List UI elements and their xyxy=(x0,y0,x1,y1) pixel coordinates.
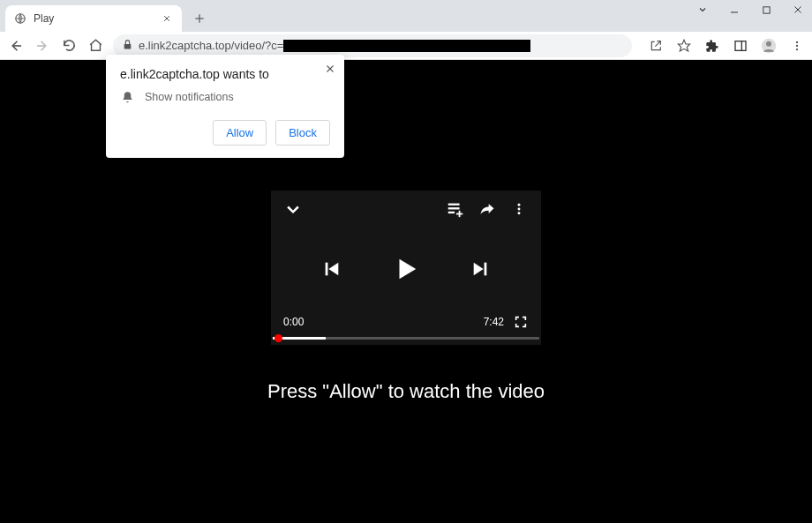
svg-point-26 xyxy=(518,208,521,211)
next-track-button[interactable] xyxy=(469,258,492,280)
close-tab-icon[interactable] xyxy=(161,12,173,25)
bookmark-star-icon[interactable] xyxy=(676,38,692,54)
svg-rect-13 xyxy=(735,41,746,50)
extensions-icon[interactable] xyxy=(704,38,720,54)
svg-rect-24 xyxy=(456,213,462,215)
maximize-icon[interactable] xyxy=(759,3,773,17)
fullscreen-button[interactable] xyxy=(513,314,529,330)
close-window-icon[interactable] xyxy=(791,3,805,17)
svg-rect-28 xyxy=(326,263,328,276)
svg-rect-21 xyxy=(448,207,460,209)
svg-rect-11 xyxy=(124,43,132,48)
svg-marker-32 xyxy=(474,263,484,276)
share-icon[interactable] xyxy=(648,38,664,54)
reload-button[interactable] xyxy=(60,37,78,55)
profile-avatar-icon[interactable] xyxy=(761,38,777,54)
block-button[interactable]: Block xyxy=(275,120,330,146)
video-player: 0:00 7:42 xyxy=(271,191,541,345)
url-redacted xyxy=(283,40,530,52)
progress-thumb[interactable] xyxy=(274,334,282,342)
forward-button[interactable] xyxy=(34,37,51,55)
chevron-down-icon[interactable] xyxy=(695,3,710,17)
svg-point-16 xyxy=(766,41,771,46)
notification-permission-popup: e.link2captcha.top wants to Show notific… xyxy=(106,55,344,158)
bell-icon xyxy=(120,90,134,104)
svg-marker-30 xyxy=(400,259,417,280)
popup-title: e.link2captcha.top wants to xyxy=(120,67,330,81)
new-tab-button[interactable] xyxy=(187,6,212,31)
svg-point-25 xyxy=(518,204,521,206)
side-panel-icon[interactable] xyxy=(733,38,748,54)
previous-track-button[interactable] xyxy=(320,258,343,280)
svg-rect-20 xyxy=(448,204,460,205)
play-button[interactable] xyxy=(391,254,421,284)
svg-rect-22 xyxy=(448,212,455,213)
svg-point-19 xyxy=(796,48,798,49)
back-button[interactable] xyxy=(7,37,25,55)
svg-rect-1 xyxy=(763,6,769,12)
playlist-add-icon[interactable] xyxy=(446,199,465,219)
svg-point-17 xyxy=(796,41,798,42)
current-time: 0:00 xyxy=(283,316,304,328)
url-text: e.link2captcha.top/video/?c= xyxy=(139,39,530,53)
allow-button[interactable]: Allow xyxy=(213,120,267,146)
globe-icon xyxy=(14,12,26,25)
address-bar[interactable]: e.link2captcha.top/video/?c= xyxy=(113,34,632,57)
progress-bar[interactable] xyxy=(273,337,539,340)
tab-title: Play xyxy=(34,12,54,25)
svg-marker-29 xyxy=(328,263,338,276)
lock-icon xyxy=(122,39,133,53)
collapse-icon[interactable] xyxy=(283,199,303,219)
svg-point-27 xyxy=(518,212,521,214)
home-button[interactable] xyxy=(86,37,104,55)
duration: 7:42 xyxy=(484,316,504,328)
share-arrow-icon[interactable] xyxy=(477,199,497,219)
player-menu-icon[interactable] xyxy=(509,199,529,219)
menu-dots-icon[interactable] xyxy=(789,38,805,54)
page-caption: Press "Allow" to watch the video xyxy=(0,380,812,403)
browser-tab[interactable]: Play xyxy=(5,5,182,32)
close-popup-icon[interactable] xyxy=(325,62,335,78)
permission-label: Show notifications xyxy=(145,91,234,103)
svg-marker-12 xyxy=(678,40,689,51)
minimize-icon[interactable] xyxy=(727,3,741,17)
svg-rect-31 xyxy=(485,263,487,276)
svg-point-18 xyxy=(796,44,798,46)
